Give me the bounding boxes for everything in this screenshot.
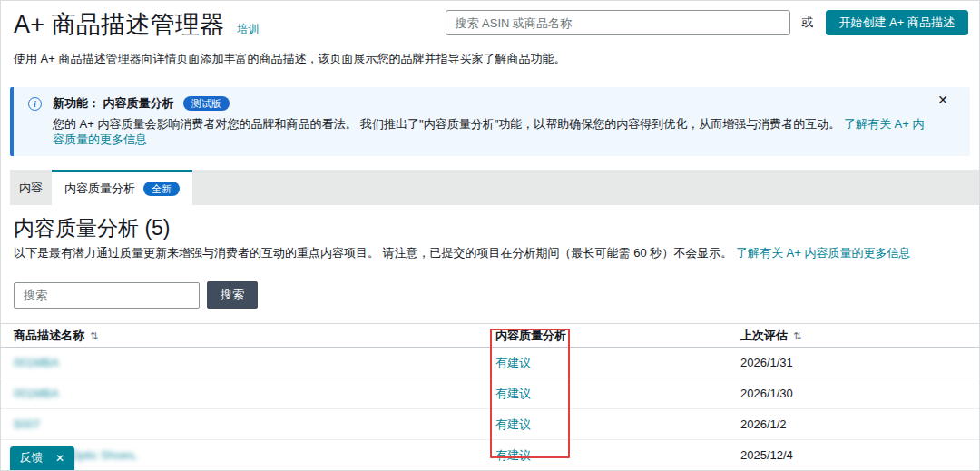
content-name-link[interactable]: 5007 <box>14 417 40 431</box>
page-subtitle: 使用 A+ 商品描述管理器向详情页面添加丰富的商品描述，该页面展示您的品牌并指导… <box>14 51 966 67</box>
table-row: LED Fiber Optic Shoes, 有建议 2025/12/4 <box>1 440 979 471</box>
tab-content[interactable]: 内容 <box>10 170 52 205</box>
section-heading: 内容质量分析 (5) <box>14 216 966 240</box>
section-description-text: 以下是最有潜力通过质量更新来增强与消费者的互动的重点内容项目。 请注意，已提交的… <box>14 246 732 260</box>
suggestions-link[interactable]: 有建议 <box>495 356 531 369</box>
feedback-close-icon[interactable]: ✕ <box>55 452 64 465</box>
banner-body-text: 您的 A+ 内容质量会影响消费者对您的品牌和商品的看法。 我们推出了"内容质量分… <box>53 117 840 131</box>
table-row: 5007 有建议 2026/1/2 <box>1 409 979 440</box>
create-aplus-button[interactable]: 开始创建 A+ 商品描述 <box>826 10 969 35</box>
tab-content-label: 内容 <box>19 180 43 196</box>
tab-quality-label: 内容质量分析 <box>64 181 135 197</box>
close-icon[interactable]: ✕ <box>937 93 948 106</box>
suggestions-link[interactable]: 有建议 <box>495 417 531 431</box>
learn-more-link[interactable]: 了解有关 A+ 内容质量的更多信息 <box>736 246 911 260</box>
sort-icon[interactable]: ⇅ <box>793 330 801 341</box>
aplus-content-manager-page: A+ 商品描述管理器 培训 或 开始创建 A+ 商品描述 使用 A+ 商品描述管… <box>0 0 980 471</box>
banner-header: i 新功能： 内容质量分析 测试版 <box>28 95 934 112</box>
table-search-button[interactable]: 搜索 <box>207 281 258 309</box>
beta-badge: 测试版 <box>183 96 230 111</box>
feedback-button[interactable]: 反馈 ✕ <box>10 446 74 470</box>
sort-icon[interactable]: ⇅ <box>90 330 98 341</box>
or-label: 或 <box>802 15 814 31</box>
table-search-input[interactable] <box>14 282 200 309</box>
last-evaluated-date: 2026/1/2 <box>740 417 979 431</box>
last-evaluated-date: 2025/12/4 <box>740 448 979 462</box>
table-search-row: 搜索 <box>14 281 966 309</box>
table-row: 001MBA 有建议 2026/1/30 <box>1 378 979 409</box>
top-actions: 或 开始创建 A+ 商品描述 <box>446 10 969 35</box>
quality-analysis-table: 商品描述名称⇅ 内容质量分析 上次评估⇅ 001MBA 有建议 2026/1/3… <box>1 323 979 471</box>
last-evaluated-date: 2026/1/30 <box>740 387 979 400</box>
suggestions-link[interactable]: 有建议 <box>495 448 531 462</box>
info-icon: i <box>28 97 42 111</box>
table-header-row: 商品描述名称⇅ 内容质量分析 上次评估⇅ <box>1 324 979 348</box>
new-badge: 全新 <box>143 182 180 196</box>
content-name-link[interactable]: 001MBA <box>14 387 59 400</box>
column-header-evaluated[interactable]: 上次评估⇅ <box>740 328 979 344</box>
page-title: A+ 商品描述管理器 <box>14 8 224 41</box>
top-bar: A+ 商品描述管理器 培训 或 开始创建 A+ 商品描述 <box>1 1 979 41</box>
column-header-analysis: 内容质量分析 <box>495 328 740 344</box>
asin-search-input[interactable] <box>446 10 790 35</box>
table-row: 001MBA 有建议 2026/1/31 <box>1 348 979 378</box>
section-description: 以下是最有潜力通过质量更新来增强与消费者的互动的重点内容项目。 请注意，已提交的… <box>14 246 966 260</box>
banner-body: 您的 A+ 内容质量会影响消费者对您的品牌和商品的看法。 我们推出了"内容质量分… <box>53 116 934 147</box>
content-name-link[interactable]: 001MBA <box>14 356 59 369</box>
suggestions-link[interactable]: 有建议 <box>495 387 531 400</box>
feedback-label: 反馈 <box>20 450 43 466</box>
column-header-name[interactable]: 商品描述名称⇅ <box>14 328 495 344</box>
tab-strip-filler <box>192 170 979 205</box>
tab-strip: 内容 内容质量分析 全新 <box>10 170 979 205</box>
title-group: A+ 商品描述管理器 培训 <box>14 8 259 41</box>
training-link[interactable]: 培训 <box>237 22 259 37</box>
tab-quality-analysis[interactable]: 内容质量分析 全新 <box>52 170 192 205</box>
info-banner: i 新功能： 内容质量分析 测试版 您的 A+ 内容质量会影响消费者对您的品牌和… <box>10 87 970 156</box>
banner-title: 新功能： 内容质量分析 <box>53 95 174 112</box>
last-evaluated-date: 2026/1/31 <box>740 356 979 369</box>
